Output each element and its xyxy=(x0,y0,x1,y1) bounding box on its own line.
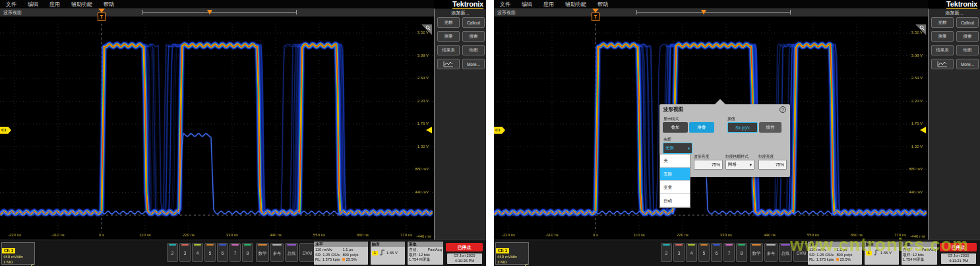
aux-button-DVM[interactable]: DVM xyxy=(299,243,315,262)
channel-number: 2 xyxy=(661,251,671,255)
channel-button-5[interactable]: 5 xyxy=(204,243,216,262)
horizontal-panel[interactable]: 水平110 ns/divSR: 1.25 GS/sRL: 1.375 kpts1… xyxy=(808,242,862,265)
persistence-option-无限[interactable]: 无限 xyxy=(660,168,690,181)
help-icon[interactable]: ? xyxy=(780,106,786,113)
menu-item-4[interactable]: 帮助 xyxy=(104,1,114,8)
channel-button-7[interactable]: 7 xyxy=(723,243,735,262)
trigger-position-marker[interactable]: T xyxy=(592,9,600,20)
channel1-badge[interactable]: Ch 1440 mV/div1 MΩ1 GHz xyxy=(495,242,529,265)
trigger-level-arrow[interactable] xyxy=(920,127,926,133)
channel-button-3[interactable]: 3 xyxy=(179,243,191,262)
menu-item-3[interactable]: 辅助功能 xyxy=(565,1,586,8)
horizontal-value: 23.5% xyxy=(342,257,358,263)
magnifier-icon[interactable] xyxy=(915,24,926,35)
overlay-mode-button[interactable]: 叠加 xyxy=(663,122,688,133)
sidebar-button-More...[interactable]: More... xyxy=(462,59,485,69)
menu-item-4[interactable]: 帮助 xyxy=(597,1,608,8)
menu-item-2[interactable]: 应用 xyxy=(543,1,554,8)
horizontal-title: 水平 xyxy=(314,242,368,247)
channel-button-4[interactable]: 4 xyxy=(686,243,697,262)
sidebar-plot-icon-button[interactable] xyxy=(931,59,954,69)
trigger-position-marker[interactable]: T xyxy=(98,9,106,20)
position-marker[interactable] xyxy=(207,10,212,15)
channel-button-6[interactable]: 6 xyxy=(711,243,722,262)
menu-item-3[interactable]: 辅助功能 xyxy=(71,1,92,8)
y-axis-label: 2.64 V xyxy=(402,76,429,81)
menu-item-2[interactable]: 应用 xyxy=(49,1,60,8)
trigger-panel[interactable]: 触发11.65 V xyxy=(371,242,405,265)
menu-item-0[interactable]: 文件 xyxy=(6,1,16,8)
sidebar-button-结果表[interactable]: 结果表 xyxy=(931,45,954,55)
persistence-option-关[interactable]: 关 xyxy=(660,154,690,168)
trigger-panel[interactable]: 触发11.65 V xyxy=(865,242,899,265)
channel1-badge[interactable]: Ch 1440 mV/div1 MΩ1 GHz xyxy=(1,242,35,265)
aux-button-数学[interactable]: 数学 xyxy=(256,243,269,262)
position-marker[interactable] xyxy=(701,10,706,15)
record-position-indicator[interactable] xyxy=(142,10,297,15)
menu-item-1[interactable]: 编辑 xyxy=(522,1,532,8)
horizontal-title: 水平 xyxy=(808,242,862,247)
graticule-intensity-input[interactable]: 75% xyxy=(758,160,787,170)
x-axis-label: 220 ns xyxy=(175,233,202,238)
run-stop-button[interactable]: 已停止 xyxy=(940,243,977,251)
horizontal-panel[interactable]: 水平110 ns/divSR: 1.25 GS/sRL: 1.375 kpts1… xyxy=(314,242,368,265)
sidebar-button-结果表[interactable]: 结果表 xyxy=(437,45,460,55)
channel-button-8[interactable]: 8 xyxy=(736,243,747,262)
aux-button-总线[interactable]: 总线 xyxy=(285,243,298,262)
sidebar-button-光标[interactable]: 光标 xyxy=(931,17,954,28)
sidebar-button-测量[interactable]: 测量 xyxy=(931,31,954,42)
channel-button-2[interactable]: 2 xyxy=(661,243,672,262)
waveform-canvas[interactable] xyxy=(0,24,433,232)
wave-intensity-input[interactable]: 75% xyxy=(694,160,723,170)
channel-color-stripe xyxy=(231,244,239,246)
channel1-name: Ch 1 xyxy=(2,248,15,253)
aux-button-参考[interactable]: 参考 xyxy=(764,243,778,262)
horizontal-body: 110 ns/divSR: 1.25 GS/sRL: 1.375 kpts1.1… xyxy=(808,247,862,263)
x-axis-label: 110 ns xyxy=(626,233,652,238)
channel-button-7[interactable]: 7 xyxy=(230,243,241,262)
x-axis-label: 550 ns xyxy=(306,233,332,238)
stacked-mode-button[interactable]: 堆叠 xyxy=(689,122,714,133)
sidebar-button-绘图[interactable]: 绘图 xyxy=(462,45,485,55)
persistence-dropdown[interactable]: 无限▾ xyxy=(663,143,692,154)
x-axis-label: 660 ns xyxy=(350,233,376,238)
time-label: 4:11:21 PM xyxy=(941,259,976,264)
sinx-interp-button[interactable]: Sin(x)/x xyxy=(727,122,758,133)
sidebar-button-Callout[interactable]: Callout xyxy=(462,17,485,28)
sidebar-button-绘图[interactable]: 绘图 xyxy=(956,45,979,55)
acquisition-panel[interactable]: 采集自动,FastAcq取样: 12 bits1.754 M采集 xyxy=(902,242,937,265)
persistence-option-自动[interactable]: 自动 xyxy=(660,194,690,207)
channel-color-stripe xyxy=(219,244,226,246)
trigger-level-arrow[interactable] xyxy=(426,127,432,133)
acquisition-panel[interactable]: 采集自动,FastAcq取样: 12 bits1.754 M采集 xyxy=(408,242,443,265)
channel-color-stripe xyxy=(206,244,214,246)
sidebar-plot-icon-button[interactable] xyxy=(437,59,460,69)
sidebar-button-More...[interactable]: More... xyxy=(956,59,979,69)
aux-button-数学[interactable]: 数学 xyxy=(750,243,763,262)
channel-button-5[interactable]: 5 xyxy=(698,243,710,262)
aux-button-DVM[interactable]: DVM xyxy=(793,243,809,262)
graticule-style-select[interactable]: 网格▾ xyxy=(725,160,754,170)
sidebar-button-Callout[interactable]: Callout xyxy=(956,17,979,28)
menu-item-0[interactable]: 文件 xyxy=(500,1,510,8)
sidebar-button-搜索[interactable]: 搜索 xyxy=(956,31,979,42)
menu-item-1[interactable]: 编辑 xyxy=(28,1,38,8)
aux-button-总线[interactable]: 总线 xyxy=(779,243,792,262)
channel-button-6[interactable]: 6 xyxy=(217,243,228,262)
channel-button-4[interactable]: 4 xyxy=(192,243,203,262)
sidebar-button-搜索[interactable]: 搜索 xyxy=(462,31,485,42)
trigger-marker-T: T xyxy=(98,13,106,21)
persistence-option-变量[interactable]: 变量 xyxy=(660,181,690,194)
aux-button-参考[interactable]: 参考 xyxy=(270,243,284,262)
magnifier-icon[interactable] xyxy=(421,24,432,35)
sidebar-button-测量[interactable]: 测量 xyxy=(437,31,460,42)
run-stop-button[interactable]: 已停止 xyxy=(446,243,483,251)
channel-color-stripe xyxy=(725,244,733,246)
record-position-indicator[interactable] xyxy=(636,10,791,15)
channel-button-8[interactable]: 8 xyxy=(242,243,253,262)
sidebar-button-光标[interactable]: 光标 xyxy=(437,17,460,28)
channel-button-3[interactable]: 3 xyxy=(673,243,685,262)
linear-interp-button[interactable]: 线性 xyxy=(759,122,781,133)
date-time-box: 03 Jun 20204:11:21 PM xyxy=(941,253,976,264)
channel-button-2[interactable]: 2 xyxy=(167,243,178,262)
